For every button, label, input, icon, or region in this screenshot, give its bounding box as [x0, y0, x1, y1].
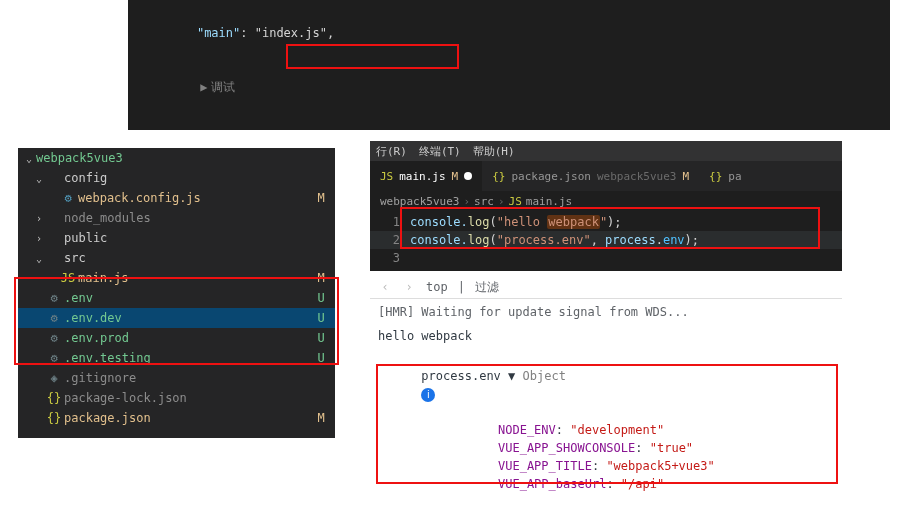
- console-line: hello webpack: [378, 327, 834, 345]
- property-key: VUE_APP_TITLE: [498, 459, 592, 473]
- chevron-right-icon: ›: [498, 195, 505, 208]
- explorer-item[interactable]: ·⚙.env.testingU: [18, 348, 335, 368]
- git-status-badge: U: [313, 311, 329, 325]
- property-key: VUE_APP_baseUrl: [498, 477, 606, 491]
- context-selector[interactable]: top: [426, 280, 448, 294]
- file-label: package.json: [64, 411, 313, 425]
- file-label: .env.prod: [64, 331, 313, 345]
- crumb: main.js: [526, 195, 572, 208]
- explorer-item[interactable]: ·⚙.envU: [18, 288, 335, 308]
- env-icon: ⚙: [46, 351, 62, 365]
- info-icon[interactable]: i: [421, 388, 435, 402]
- file-label: src: [64, 251, 313, 265]
- object-property[interactable]: VUE_APP_SHOWCONSOLE: "true": [378, 439, 834, 457]
- property-value: "development": [570, 423, 664, 437]
- file-type-icon: {}: [492, 170, 505, 183]
- editor-body[interactable]: 1 console.log("hello webpack"); 2 consol…: [370, 211, 842, 269]
- code-line-2: 2 console.log("process.env", process.env…: [370, 231, 842, 249]
- git-status-badge: U: [313, 331, 329, 345]
- code-editor: 行(R) 终端(T) 帮助(H) JSmain.jsM{}package.jso…: [370, 141, 842, 271]
- file-label: package-lock.json: [64, 391, 313, 405]
- modified-badge: M: [682, 170, 689, 183]
- json-key: "main": [197, 26, 240, 40]
- explorer-item[interactable]: ·JSmain.jsM: [18, 268, 335, 288]
- debug-label: 调试: [211, 80, 235, 94]
- chevron-down-icon[interactable]: ⌄: [32, 253, 46, 264]
- editor-tab[interactable]: {}pa: [699, 161, 752, 191]
- explorer-item[interactable]: ·⚙webpack.config.jsM: [18, 188, 335, 208]
- editor-tab[interactable]: JSmain.jsM: [370, 161, 482, 191]
- explorer-root[interactable]: ⌄ webpack5vue3: [18, 148, 335, 168]
- chevron-left-icon[interactable]: ‹: [378, 280, 392, 294]
- breadcrumb[interactable]: webpack5vue3› src› JS main.js: [370, 191, 842, 211]
- property-value: "/api": [621, 477, 664, 491]
- property-key: NODE_ENV: [498, 423, 556, 437]
- chevron-right-icon[interactable]: ›: [402, 280, 416, 294]
- console-line: [HMR] Waiting for update signal from WDS…: [378, 303, 834, 321]
- caret-down-icon[interactable]: ▼: [508, 369, 515, 383]
- env-icon: ⚙: [46, 331, 62, 345]
- file-label: .gitignore: [64, 371, 313, 385]
- code-line-1: 1 console.log("hello webpack");: [370, 213, 842, 231]
- git-status-badge: U: [313, 291, 329, 305]
- js-icon: JS: [509, 195, 522, 208]
- line-number: 3: [370, 251, 410, 265]
- chevron-right-icon[interactable]: ›: [32, 233, 46, 244]
- explorer-item[interactable]: ·{}package.jsonM: [18, 408, 335, 428]
- explorer-item[interactable]: ·{}package-lock.json: [18, 388, 335, 408]
- search-highlight: webpack: [547, 215, 600, 229]
- line-number: 1: [370, 215, 410, 229]
- git-status-badge: U: [313, 351, 329, 365]
- filter-label[interactable]: 过滤: [475, 279, 499, 296]
- console-body[interactable]: [HMR] Waiting for update signal from WDS…: [370, 299, 842, 514]
- crumb: src: [474, 195, 494, 208]
- git-status-badge: M: [313, 271, 329, 285]
- object-property[interactable]: VUE_APP_TITLE: "webpack5+vue3": [378, 457, 834, 475]
- explorer-list: ⌄config·⚙webpack.config.jsM›node_modules…: [18, 168, 335, 428]
- menu-run[interactable]: 行(R): [376, 144, 407, 159]
- json-icon: {}: [46, 411, 62, 425]
- property-value: "true": [650, 441, 693, 455]
- file-label: public: [64, 231, 313, 245]
- file-label: config: [64, 171, 313, 185]
- explorer-item[interactable]: ›public: [18, 228, 335, 248]
- tab-label: pa: [728, 170, 741, 183]
- tab-path: webpack5vue3: [597, 170, 676, 183]
- editor-tabs: JSmain.jsM{}package.jsonwebpack5vue3M{}p…: [370, 161, 842, 191]
- json-icon: {}: [46, 391, 62, 405]
- file-label: .env.dev: [64, 311, 313, 325]
- env-icon: ⚙: [46, 291, 62, 305]
- console-toolbar: ‹ › top | 过滤: [370, 276, 842, 299]
- editor-tab[interactable]: {}package.jsonwebpack5vue3M: [482, 161, 699, 191]
- js-icon: JS: [60, 271, 76, 285]
- line-number: 2: [370, 233, 410, 247]
- code-line-3: 3: [370, 249, 842, 267]
- explorer-item[interactable]: ·⚙.env.devU: [18, 308, 335, 328]
- chevron-down-icon[interactable]: ⌄: [32, 173, 46, 184]
- console-object[interactable]: process.env ▼ Object i: [378, 349, 834, 421]
- gutter-debug[interactable]: ▶调试: [138, 60, 880, 114]
- tab-label: main.js: [399, 170, 445, 183]
- object-property[interactable]: NODE_ENV: "development": [378, 421, 834, 439]
- root-label: webpack5vue3: [36, 151, 329, 165]
- file-label: webpack.config.js: [78, 191, 313, 205]
- explorer-item[interactable]: ›node_modules: [18, 208, 335, 228]
- property-key: VUE_APP_SHOWCONSOLE: [498, 441, 635, 455]
- object-type: Object: [523, 369, 566, 383]
- object-property[interactable]: VUE_APP_baseUrl: "/api": [378, 475, 834, 493]
- env-icon: ⚙: [46, 311, 62, 325]
- chevron-right-icon: ▶: [197, 78, 211, 96]
- file-label: node_modules: [64, 211, 313, 225]
- object-prototype[interactable]: ▶ [[Prototype]]: Object: [378, 493, 834, 514]
- explorer-item[interactable]: ⌄src: [18, 248, 335, 268]
- gear-icon: ⚙: [60, 191, 76, 205]
- menu-help[interactable]: 帮助(H): [473, 144, 515, 159]
- json-punc: : "index.js",: [240, 26, 334, 40]
- menu-terminal[interactable]: 终端(T): [419, 144, 461, 159]
- chevron-right-icon[interactable]: ›: [32, 213, 46, 224]
- code-line: "scripts": {: [138, 114, 880, 130]
- explorer-item[interactable]: ·⚙.env.prodU: [18, 328, 335, 348]
- git-status-badge: M: [313, 411, 329, 425]
- explorer-item[interactable]: ⌄config: [18, 168, 335, 188]
- explorer-item[interactable]: ·◈.gitignore: [18, 368, 335, 388]
